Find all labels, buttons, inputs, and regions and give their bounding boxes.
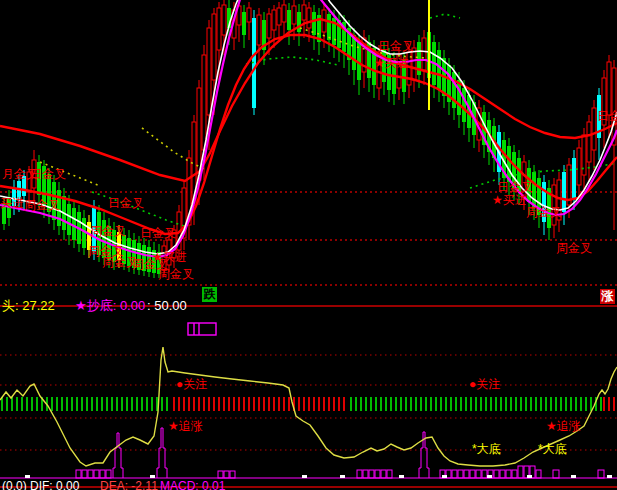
indicator-title-threshold: : 50.00 — [147, 299, 187, 313]
rise-badge: 涨 — [600, 289, 615, 304]
chart-canvas[interactable] — [0, 0, 617, 490]
status-dea: DEA: -2.11 — [100, 480, 158, 490]
stock-chart-window: 月金叉日金叉买进周金叉日金叉周金叉日金叉周金叉周金叉★买进周金叉周金叉日金叉★买… — [0, 0, 617, 490]
indicator-title-chaodi: ★抄底: 0.00 — [75, 299, 145, 313]
status-dif: (0.0) DIF: 0.00 — [2, 480, 79, 490]
fall-badge: 跌 — [202, 287, 217, 302]
status-macd: MACD: 0.01 — [160, 480, 225, 490]
indicator-title-value: 头: 27.22 — [2, 299, 55, 313]
